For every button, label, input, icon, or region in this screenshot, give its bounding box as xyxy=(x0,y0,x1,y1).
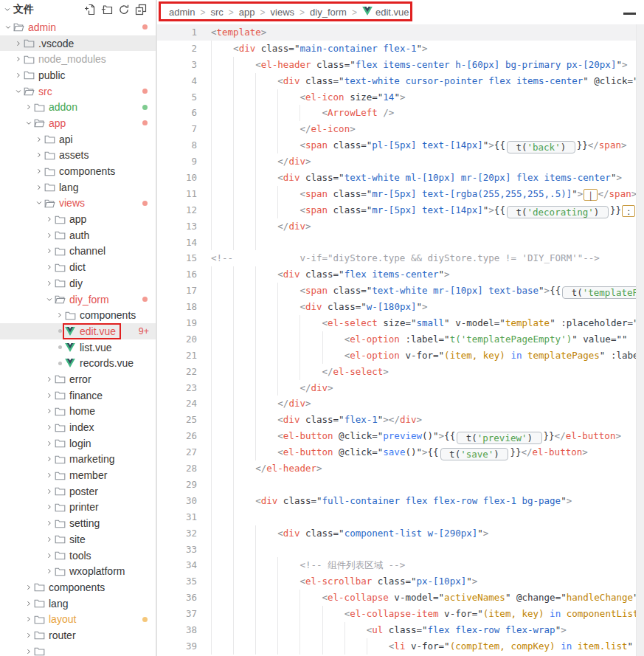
code-line-9[interactable]: 9 </div> xyxy=(157,153,644,170)
tree-item-edit.vue[interactable]: edit.vue9+ xyxy=(0,323,156,339)
tree-item-printer[interactable]: printer xyxy=(0,500,156,516)
tree-item-diy[interactable]: diy xyxy=(0,275,156,291)
chevron-right-icon xyxy=(44,503,55,511)
code-line-30[interactable]: 30 <div class="full-container flex flex-… xyxy=(157,493,644,509)
code-line-27[interactable]: 27 <el-button @click="save()">{{ t('save… xyxy=(157,444,644,460)
code-line-7[interactable]: 7 </el-icon> xyxy=(157,121,644,137)
code-line-1[interactable]: 1<template> xyxy=(157,24,644,41)
tree-item-public[interactable]: public xyxy=(0,67,156,83)
tree-item-poster[interactable]: poster xyxy=(0,483,156,500)
tree-item-diy_form[interactable]: diy_form xyxy=(0,291,156,308)
tree-item-lang[interactable]: lang xyxy=(0,179,156,196)
tree-item-login[interactable]: login xyxy=(0,435,156,452)
tree-item-router[interactable]: router xyxy=(0,627,156,643)
code-line-29[interactable]: 29 xyxy=(157,477,644,493)
code-line-26[interactable]: 26 <el-button @click="preview()">{{ t('p… xyxy=(157,428,644,444)
code-line-18[interactable]: 18 <div class="w-[180px]"> xyxy=(157,299,644,315)
code-line-14[interactable]: 14 xyxy=(157,235,644,251)
code-line-25[interactable]: 25 <div class="flex-1"></div> xyxy=(157,412,644,428)
tree-item-lang[interactable]: lang xyxy=(0,595,156,612)
code-line-15[interactable]: 15<!-- v-if="diyStore.type && diyStore.t… xyxy=(157,250,644,266)
tree-item-addon[interactable]: addon xyxy=(0,99,156,115)
breadcrumb-item-views[interactable]: views xyxy=(271,7,295,18)
code-line-23[interactable]: 23 </div> xyxy=(157,380,644,396)
new-file-icon[interactable] xyxy=(84,4,96,15)
code-line-28[interactable]: 28 </el-header> xyxy=(157,460,644,477)
refresh-explorer-icon[interactable] xyxy=(118,4,130,15)
code-line-10[interactable]: 10 <div class="text-white ml-[10px] mr-[… xyxy=(157,170,644,186)
tree-item-records.vue[interactable]: records.vue xyxy=(0,355,156,371)
code-line-24[interactable]: 24 </div> xyxy=(157,396,644,412)
tree-item-partial[interactable] xyxy=(0,643,156,656)
breadcrumb-item-src[interactable]: src xyxy=(210,7,223,18)
indent-guide xyxy=(233,89,234,106)
code-line-13[interactable]: 13 </div> xyxy=(157,218,644,235)
code-line-32[interactable]: 32 <div class="component-list w-[290px]"… xyxy=(157,525,644,542)
tree-item-components[interactable]: components xyxy=(0,579,156,595)
code-line-36[interactable]: 36 <el-collapse v-model="activeNames" @c… xyxy=(157,590,644,606)
code-line-content: <el-button @click="save()">{{ t('save') … xyxy=(197,444,644,460)
tree-item-site[interactable]: site xyxy=(0,531,156,548)
chevron-right-icon xyxy=(44,263,55,271)
code-line-38[interactable]: 38 <ul class="flex flex-row flex-wrap"> xyxy=(157,622,644,638)
tree-item-dict[interactable]: dict xyxy=(0,259,156,275)
breadcrumb-item-app[interactable]: app xyxy=(239,7,255,18)
tree-item-components[interactable]: components xyxy=(0,163,156,179)
tree-item-app[interactable]: app xyxy=(0,115,156,131)
tree-item-marketing[interactable]: marketing xyxy=(0,452,156,468)
tree-item-wxoplatform[interactable]: wxoplatform xyxy=(0,563,156,579)
collapse-folders-icon[interactable] xyxy=(135,4,147,15)
section-chevron-down-icon[interactable] xyxy=(2,6,12,13)
tree-item-app[interactable]: app xyxy=(0,211,156,227)
code-line-11[interactable]: 11 <span class="mr-[5px] text-[rgba(255,… xyxy=(157,186,644,202)
code-line-8[interactable]: 8 <span class="pl-[5px] text-[14px]">{{ … xyxy=(157,137,644,153)
tree-item-index[interactable]: index xyxy=(0,419,156,435)
editor-scrollbar[interactable] xyxy=(636,24,644,656)
code-area[interactable]: 1<template>2 <div class="main-container … xyxy=(157,24,644,656)
tree-item-views[interactable]: views xyxy=(0,196,156,212)
code-line-16[interactable]: 16 <div class="flex items-center"> xyxy=(157,266,644,283)
code-line-34[interactable]: 34 <!-- 组件列表区域 --> xyxy=(157,557,644,573)
code-line-35[interactable]: 35 <el-scrollbar class="px-[10px]"> xyxy=(157,573,644,590)
tree-item-api[interactable]: api xyxy=(0,131,156,148)
code-line-5[interactable]: 5 <el-icon size="14"> xyxy=(157,89,644,106)
code-line-20[interactable]: 20 <el-option :label="t('templatePageEmp… xyxy=(157,331,644,348)
code-line-19[interactable]: 19 <el-select size="small" v-model="temp… xyxy=(157,315,644,331)
code-line-22[interactable]: 22 </el-select> xyxy=(157,364,644,380)
tree-item-finance[interactable]: finance xyxy=(0,387,156,404)
tree-item-error[interactable]: error xyxy=(0,371,156,387)
code-line-37[interactable]: 37 <el-collapse-item v-for="(item, key) … xyxy=(157,606,644,622)
code-line-39[interactable]: 39 <li v-for="(compItem, compKey) in ite… xyxy=(157,638,644,655)
code-line-33[interactable]: 33 xyxy=(157,542,644,558)
code-line-12[interactable]: 12 <span class="mr-[5px] text-[14px]">{{… xyxy=(157,202,644,218)
tree-item-layout[interactable]: layout xyxy=(0,611,156,627)
breadcrumb-item-edit.vue[interactable]: edit.vue xyxy=(362,7,409,18)
code-line-4[interactable]: 4 <div class="text-white cursor-pointer … xyxy=(157,73,644,89)
tree-item-.vscode[interactable]: .vscode xyxy=(0,35,156,52)
tree-item-tools[interactable]: tools xyxy=(0,548,156,564)
code-line-17[interactable]: 17 <span class="text-white mr-[10px] tex… xyxy=(157,283,644,299)
tree-item-member[interactable]: member xyxy=(0,467,156,483)
code-line-3[interactable]: 3 <el-header class="flex items-center h-… xyxy=(157,57,644,73)
indent-guide xyxy=(344,638,345,655)
code-line-21[interactable]: 21 <el-option v-for="(item, key) in temp… xyxy=(157,348,644,364)
code-line-31[interactable]: 31 xyxy=(157,509,644,525)
tree-item-list.vue[interactable]: list.vue xyxy=(0,339,156,356)
breadcrumb-item-diy_form[interactable]: diy_form xyxy=(310,7,347,18)
line-number: 12 xyxy=(157,202,197,218)
tree-item-components[interactable]: components xyxy=(0,307,156,323)
code-line-2[interactable]: 2 <div class="main-container flex-1"> xyxy=(157,41,644,57)
tree-item-src[interactable]: src xyxy=(0,83,156,100)
code-line-6[interactable]: 6 <ArrowLeft /> xyxy=(157,105,644,121)
tree-item-assets[interactable]: assets xyxy=(0,148,156,164)
tree-item-home[interactable]: home xyxy=(0,404,156,420)
tree-item-admin[interactable]: admin xyxy=(0,19,156,35)
window-minimize-icon[interactable] xyxy=(623,13,636,15)
tree-item-node_modules[interactable]: node_modules xyxy=(0,51,156,67)
tree-item-setting[interactable]: setting xyxy=(0,515,156,531)
new-folder-icon[interactable] xyxy=(101,4,113,15)
tree-item-auth[interactable]: auth xyxy=(0,227,156,244)
breadcrumb-item-admin[interactable]: admin xyxy=(169,7,195,18)
tree-item-channel[interactable]: channel xyxy=(0,244,156,260)
indent-guide xyxy=(211,477,212,493)
